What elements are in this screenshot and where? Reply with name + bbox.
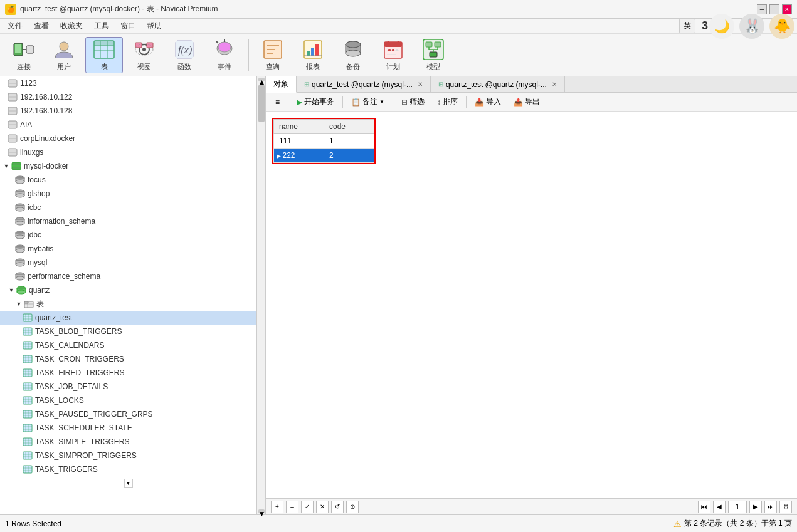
cell-code-1[interactable]: 2 — [324, 149, 374, 163]
next-page-button[interactable]: ▶ — [749, 501, 762, 513]
sidebar-label-task-paused-trigger-grps: TASK_PAUSED_TRIGGER_GRPS — [35, 410, 153, 419]
menu-help[interactable]: 帮助 — [142, 19, 167, 33]
scroll-down-btn[interactable]: ▼ — [124, 479, 133, 488]
sidebar-item-task-paused-trigger-grps[interactable]: TASK_PAUSED_TRIGGER_GRPS — [0, 407, 256, 421]
minimize-button[interactable]: ─ — [757, 4, 767, 14]
sidebar-item-mysql[interactable]: mysql — [0, 256, 256, 269]
rows-selected-text: 1 Rows Selected — [5, 519, 61, 528]
sidebar-item-tables-folder[interactable]: ▼ 表 — [0, 297, 256, 311]
sidebar-item-task-simprop-triggers[interactable]: TASK_SIMPROP_TRIGGERS — [0, 449, 256, 462]
check-button[interactable]: ✓ — [301, 501, 314, 513]
sidebar-item-aia[interactable]: AIA — [0, 118, 256, 132]
tab-1-table-icon: ⊞ — [304, 81, 309, 88]
sidebar-item-192168010122[interactable]: 192.168.10.122 — [0, 90, 256, 104]
add-record-button[interactable]: + — [271, 501, 283, 513]
maximize-button[interactable]: □ — [769, 4, 779, 14]
sidebar-item-quartz_test[interactable]: quartz_test — [0, 311, 256, 325]
tab-2-close-icon[interactable]: ✕ — [552, 81, 557, 88]
toolbar-event[interactable]: 事件 — [206, 37, 243, 73]
sidebar-item-task-calendars[interactable]: TASK_CALENDARS — [0, 338, 256, 352]
language-button[interactable]: 英 — [679, 19, 695, 33]
sidebar-item-192168010128[interactable]: 192.168.10.128 — [0, 104, 256, 118]
table-row[interactable]: 111 1 — [274, 134, 374, 149]
server-icon-6 — [8, 147, 18, 157]
comment-button[interactable]: 📋 备注 ▼ — [346, 95, 390, 110]
prev-page-button[interactable]: ◀ — [713, 501, 726, 513]
menu-file[interactable]: 文件 — [3, 19, 28, 33]
sidebar-item-mysql-docker[interactable]: ▼ mysql-docker — [0, 159, 256, 173]
cell-code-0[interactable]: 1 — [324, 134, 374, 149]
sidebar-item-task-scheduler-state[interactable]: TASK_SCHEDULER_STATE — [0, 421, 256, 435]
comment-icon: 📋 — [351, 98, 361, 107]
toolbar-function[interactable]: f(x) 函数 — [166, 37, 203, 73]
sidebar-scrollbar[interactable]: ▲ ▼ — [257, 76, 266, 514]
sidebar-label-corplinuxdocker: corpLinuxdocker — [20, 134, 75, 143]
svg-point-86 — [16, 263, 24, 266]
scroll-thumb[interactable] — [258, 85, 265, 122]
menu-view[interactable]: 查看 — [29, 19, 54, 33]
sidebar-item-task-fired-triggers[interactable]: TASK_FIRED_TRIGGERS — [0, 366, 256, 380]
begin-transaction-button[interactable]: ▶ 开始事务 — [291, 95, 340, 110]
sidebar-item-icbc[interactable]: icbc — [0, 201, 256, 214]
sidebar-item-task-locks[interactable]: TASK_LOCKS — [0, 394, 256, 407]
menu-tools[interactable]: 工具 — [89, 19, 114, 33]
sidebar-item-focus[interactable]: focus — [0, 173, 256, 187]
sidebar-item-glshop[interactable]: glshop — [0, 187, 256, 201]
expand-arrow-quartz[interactable]: ▼ — [8, 286, 15, 294]
toolbar-user[interactable]: 用户 — [45, 37, 83, 73]
cancel-edit-button[interactable]: ✕ — [316, 501, 329, 513]
window-controls[interactable]: ─ □ ✕ — [757, 4, 792, 14]
toolbar-model[interactable]: 模型 — [414, 37, 452, 73]
sidebar-item-linuxgs[interactable]: linuxgs — [0, 145, 256, 159]
tab-objects[interactable]: 对象 — [266, 76, 297, 93]
sidebar-item-mybatis[interactable]: mybatis — [0, 242, 256, 256]
toolbar-backup[interactable]: 备份 — [334, 37, 372, 73]
sidebar-label-task-cron-triggers: TASK_CRON_TRIGGERS — [35, 355, 124, 363]
tab-2[interactable]: ⊞ quartz_test @quartz (mysql-... ✕ — [431, 76, 565, 93]
toolbar-table[interactable]: 表 — [85, 37, 123, 73]
page-number-input[interactable] — [728, 501, 747, 513]
hamburger-menu-button[interactable]: ≡ — [270, 95, 285, 110]
svg-rect-3 — [26, 46, 34, 53]
tab-1[interactable]: ⊞ quartz_test @quartz (mysql-... ✕ — [297, 76, 431, 93]
sidebar-item-jdbc[interactable]: jdbc — [0, 228, 256, 242]
view-icon — [133, 38, 156, 61]
settings-button[interactable]: ⚙ — [779, 501, 792, 513]
db-icon-jdbc — [15, 230, 25, 240]
menu-favorites[interactable]: 收藏夹 — [55, 19, 88, 33]
first-page-button[interactable]: ⏮ — [698, 501, 710, 513]
toolbar-report[interactable]: 报表 — [294, 37, 332, 73]
import-button[interactable]: 📥 导入 — [469, 95, 507, 110]
sidebar-item-task-triggers[interactable]: TASK_TRIGGERS — [0, 462, 256, 476]
filter-button[interactable]: ⊟ 筛选 — [396, 95, 430, 110]
last-page-button[interactable]: ⏭ — [764, 501, 777, 513]
sidebar-item-task-simple-triggers[interactable]: TASK_SIMPLE_TRIGGERS — [0, 435, 256, 449]
refresh-button[interactable]: ↺ — [331, 501, 344, 513]
close-button[interactable]: ✕ — [782, 4, 792, 14]
tab-1-close-icon[interactable]: ✕ — [418, 81, 423, 88]
table-row-selected[interactable]: ▶ 222 2 — [274, 149, 374, 163]
toolbar-query[interactable]: 查询 — [254, 37, 292, 73]
toolbar-view[interactable]: 视图 — [125, 37, 163, 73]
sort-button[interactable]: ↕ 排序 — [431, 95, 463, 110]
stop-button[interactable]: ⊙ — [346, 501, 359, 513]
sidebar-item-task-blob-triggers[interactable]: TASK_BLOB_TRIGGERS — [0, 325, 256, 338]
sidebar-item-task-cron-triggers[interactable]: TASK_CRON_TRIGGERS — [0, 352, 256, 366]
export-button[interactable]: 📤 导出 — [508, 95, 546, 110]
toolbar-connect[interactable]: 连接 — [5, 37, 43, 73]
sidebar-item-information_schema[interactable]: information_schema — [0, 214, 256, 228]
sidebar-item-corplinuxdocker[interactable]: corpLinuxdocker — [0, 132, 256, 145]
cell-name-0[interactable]: 111 — [274, 134, 324, 149]
menu-window[interactable]: 窗口 — [115, 19, 140, 33]
sidebar-item-1123[interactable]: 1123 — [0, 76, 256, 90]
sidebar-item-quartz[interactable]: ▼ quartz — [0, 283, 256, 297]
toolbar-schedule[interactable]: 计划 — [374, 37, 412, 73]
sidebar-item-performance_schema[interactable]: performance_schema — [0, 269, 256, 283]
expand-arrow-tables[interactable]: ▼ — [15, 300, 23, 308]
delete-record-button[interactable]: – — [286, 501, 298, 513]
import-label: 导入 — [486, 96, 501, 107]
sidebar-item-task-job-details[interactable]: TASK_JOB_DETAILS — [0, 380, 256, 394]
expand-arrow-mysql-docker[interactable]: ▼ — [3, 162, 10, 170]
table-icon — [93, 38, 115, 61]
scroll-down-arrow[interactable]: ▼ — [258, 509, 265, 513]
